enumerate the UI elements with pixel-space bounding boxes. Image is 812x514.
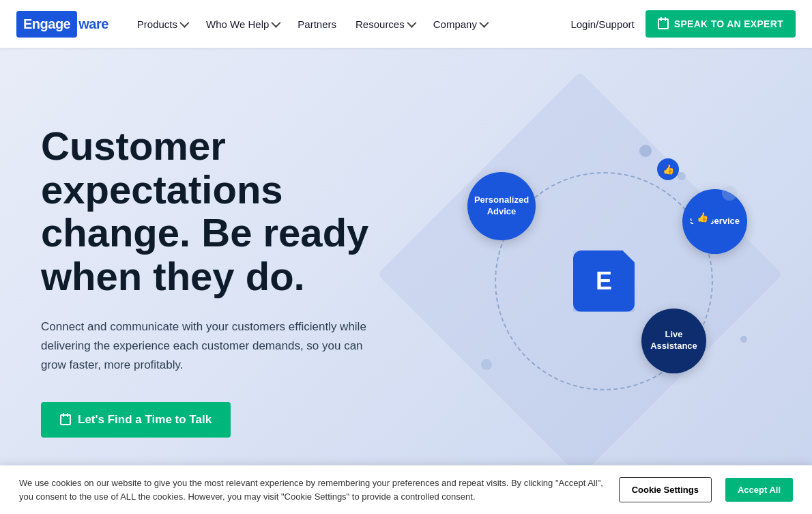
center-logo: E [573,251,635,312]
hero-cta-button[interactable]: Let's Find a Time to Talk [41,402,231,438]
hero-title: Customer expectations change. Be ready w… [41,124,396,298]
nav-who-we-help[interactable]: Who We Help [198,13,287,35]
speak-to-expert-button[interactable]: SPEAK TO AN EXPERT [646,10,796,38]
resources-chevron-icon [407,18,416,28]
hero-calendar-icon [60,414,71,425]
cookie-text: We use cookies on our website to give yo… [19,476,605,503]
node-personalized-advice: Personalized Advice [467,172,536,240]
nav-resources[interactable]: Resources [347,13,422,35]
nav-right: Login/Support SPEAK TO AN EXPERT [570,10,796,38]
nav-items: Products Who We Help Partners Resources … [129,13,571,35]
logo-box: Engage [16,11,77,38]
circle-diagram: E Personalized Advice Self-service Live … [474,152,734,411]
logo-engage-text: Engage [23,16,70,32]
who-we-help-chevron-icon [272,18,281,28]
products-chevron-icon [179,18,189,28]
hero-section: Customer expectations change. Be ready w… [0,48,812,514]
logo[interactable]: Engage ware [16,11,108,38]
decorative-dot-4 [740,336,747,343]
nav-partners[interactable]: Partners [289,13,345,35]
navbar: Engage ware Products Who We Help Partner… [0,0,812,48]
login-support-link[interactable]: Login/Support [570,18,634,30]
company-chevron-icon [479,18,489,28]
decorative-dot-3 [722,186,737,201]
thumbs-up-icon-2: 👍 [691,206,713,228]
decorative-dot-2 [678,172,686,180]
thumbs-up-icon-1: 👍 [657,158,679,180]
hero-content: Customer expectations change. Be ready w… [41,124,396,438]
nav-company[interactable]: Company [425,13,495,35]
node-live-assistance: Live Assistance [641,309,706,373]
nav-products[interactable]: Products [129,13,195,35]
hero-visual: E Personalized Advice Self-service Live … [396,111,771,452]
decorative-dot-1 [639,145,652,157]
logo-ware-text: ware [78,16,108,32]
calendar-icon [658,18,669,29]
cookie-accept-button[interactable]: Accept All [725,478,793,502]
cookie-banner: We use cookies on our website to give yo… [0,465,812,514]
cookie-settings-button[interactable]: Cookie Settings [619,477,712,502]
decorative-dot-5 [481,359,492,370]
hero-subtitle: Connect and communicate with your custom… [41,317,375,375]
